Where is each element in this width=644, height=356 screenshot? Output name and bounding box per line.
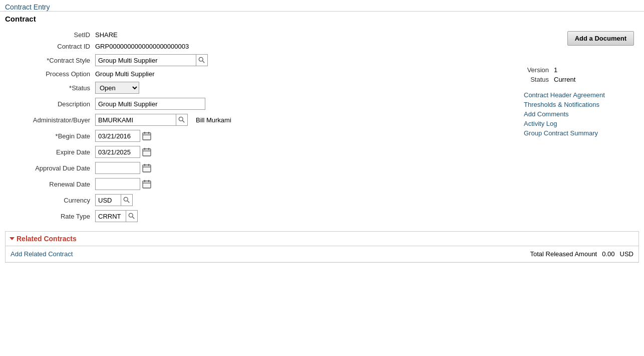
setid-row: SetID SHARE <box>10 31 385 39</box>
section-title-text: Contract <box>5 15 36 23</box>
expire-date-group <box>95 146 152 158</box>
begin-date-calendar-button[interactable] <box>141 130 152 141</box>
rate-type-input-group <box>95 210 138 222</box>
process-option-row: Process Option Group Multi Supplier <box>10 70 385 78</box>
total-released-label: Total Released Amount <box>530 250 597 258</box>
description-field <box>95 98 205 110</box>
status-select[interactable]: Open Closed Pending Cancelled <box>95 82 139 94</box>
add-related-contract-link[interactable]: Add Related Contract <box>11 250 73 258</box>
svg-rect-16 <box>143 181 151 188</box>
version-status-block: Version 1 Status Current <box>524 66 634 83</box>
right-status-value: Current <box>554 76 575 83</box>
svg-rect-12 <box>143 165 151 172</box>
expire-date-input[interactable] <box>95 146 140 158</box>
contract-id-value: GRP0000000000000000000003 <box>95 43 189 50</box>
currency-field <box>95 194 133 206</box>
svg-point-0 <box>199 57 203 61</box>
contract-style-search-icon <box>198 57 205 64</box>
related-contracts-title: Related Contracts <box>17 235 77 243</box>
add-comments-link[interactable]: Add Comments <box>524 110 634 118</box>
right-status-row: Status Current <box>524 76 634 83</box>
admin-buyer-row: Administrator/Buyer Bill Murkami <box>10 114 385 126</box>
group-contract-summary-link[interactable]: Group Contract Summary <box>524 129 634 137</box>
svg-rect-6 <box>144 132 145 134</box>
svg-rect-7 <box>148 132 149 134</box>
svg-rect-14 <box>144 164 145 166</box>
setid-text: SHARE <box>95 31 118 39</box>
begin-date-calendar-icon <box>142 131 151 140</box>
svg-line-1 <box>202 61 204 63</box>
admin-buyer-name: Bill Murkami <box>196 116 231 124</box>
activity-log-link[interactable]: Activity Log <box>524 120 634 127</box>
approval-due-date-input[interactable] <box>95 162 140 174</box>
admin-buyer-input[interactable] <box>96 114 176 125</box>
status-label: *Status <box>10 84 95 92</box>
svg-rect-8 <box>143 149 151 156</box>
contract-header-agreement-link[interactable]: Contract Header Agreement <box>524 91 634 99</box>
svg-rect-19 <box>148 180 149 182</box>
contract-form: SetID SHARE Contract ID GRP0000000000000… <box>10 31 385 222</box>
description-row: Description <box>10 98 385 110</box>
svg-point-22 <box>129 213 133 217</box>
svg-rect-4 <box>143 133 151 140</box>
related-contracts-header[interactable]: Related Contracts <box>6 232 638 246</box>
currency-search-icon <box>123 197 130 204</box>
svg-rect-11 <box>148 148 149 150</box>
description-label: Description <box>10 100 95 108</box>
contract-style-input[interactable] <box>96 55 196 66</box>
expire-date-row: Expire Date <box>10 146 385 158</box>
contract-style-label: *Contract Style <box>10 57 95 64</box>
admin-buyer-field: Bill Murkami <box>95 114 231 126</box>
related-contracts-body: Add Related Contract Total Released Amou… <box>6 246 638 262</box>
rate-type-field <box>95 210 138 222</box>
approval-due-date-label: Approval Due Date <box>10 164 95 172</box>
add-document-button[interactable]: Add a Document <box>567 31 634 46</box>
contract-style-field <box>95 54 208 66</box>
svg-line-21 <box>127 201 129 203</box>
begin-date-group <box>95 130 152 142</box>
rate-type-row: Rate Type <box>10 210 385 222</box>
renewal-date-label: Renewal Date <box>10 181 95 188</box>
rate-type-input[interactable] <box>96 211 126 222</box>
currency-input[interactable] <box>96 195 121 206</box>
description-input[interactable] <box>95 98 205 110</box>
svg-rect-15 <box>148 164 149 166</box>
setid-value: SHARE <box>95 31 118 39</box>
begin-date-label: *Begin Date <box>10 132 95 140</box>
contract-style-input-group <box>95 54 208 66</box>
version-label: Version <box>524 66 554 74</box>
renewal-date-group <box>95 178 152 190</box>
admin-buyer-input-group <box>95 114 188 126</box>
rate-type-search-button[interactable] <box>126 211 137 222</box>
status-row: *Status Open Closed Pending Cancelled <box>10 82 385 94</box>
rate-type-search-icon <box>128 213 135 220</box>
approval-due-date-row: Approval Due Date <box>10 162 385 174</box>
currency-row: Currency <box>10 194 385 206</box>
renewal-date-input[interactable] <box>95 178 140 190</box>
admin-buyer-search-icon <box>178 116 185 123</box>
begin-date-field <box>95 130 152 142</box>
expire-date-label: Expire Date <box>10 148 95 156</box>
contract-id-text: GRP0000000000000000000003 <box>95 43 189 50</box>
links-block: Contract Header Agreement Thresholds & N… <box>524 91 634 137</box>
begin-date-input[interactable] <box>95 130 140 142</box>
svg-rect-18 <box>144 180 145 182</box>
admin-buyer-search-button[interactable] <box>176 114 187 125</box>
main-content: Add a Document SetID SHARE Contract ID G… <box>0 26 644 231</box>
total-released-value: 0.00 <box>602 250 614 258</box>
expire-date-calendar-button[interactable] <box>141 146 152 157</box>
thresholds-notifications-link[interactable]: Thresholds & Notifications <box>524 101 634 108</box>
rate-type-label: Rate Type <box>10 213 95 220</box>
currency-label: Currency <box>10 197 95 204</box>
expire-date-field <box>95 146 152 158</box>
approval-due-date-group <box>95 162 152 174</box>
renewal-date-calendar-button[interactable] <box>141 179 152 190</box>
contract-style-search-button[interactable] <box>196 55 207 66</box>
currency-search-button[interactable] <box>121 195 132 206</box>
begin-date-row: *Begin Date <box>10 130 385 142</box>
page-header: Contract Entry <box>0 0 644 12</box>
setid-label: SetID <box>10 31 95 39</box>
contract-style-row: *Contract Style <box>10 54 385 66</box>
approval-due-date-calendar-button[interactable] <box>141 162 152 173</box>
currency-input-group <box>95 194 133 206</box>
